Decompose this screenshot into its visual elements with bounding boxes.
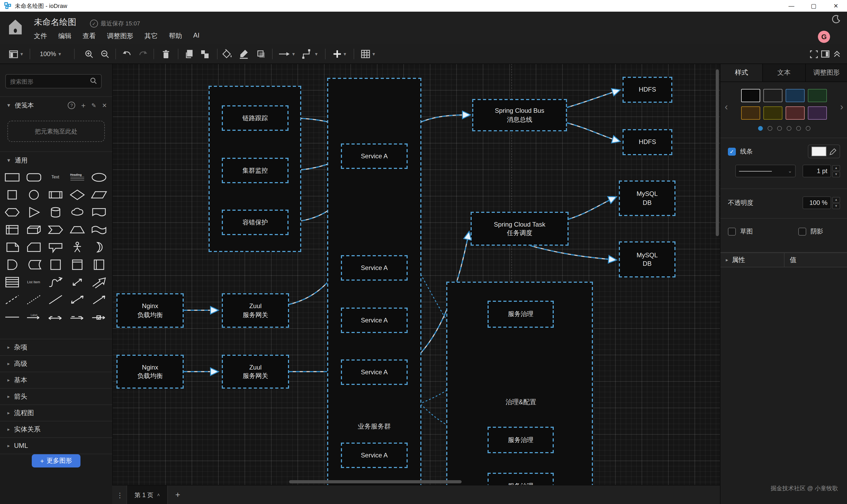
shape-rectangle[interactable]: [1, 168, 23, 186]
category-er[interactable]: ▸实体关系: [0, 421, 112, 437]
category-flowchart[interactable]: ▸流程图: [0, 404, 112, 421]
menu-help[interactable]: 帮助: [169, 32, 182, 41]
shape-ellipse[interactable]: [88, 168, 110, 186]
shape-data-storage[interactable]: [23, 256, 44, 273]
shape-directional-arrow[interactable]: [88, 291, 110, 308]
node-mysql-db-2[interactable]: MySQLDB: [619, 241, 675, 277]
node-spring-cloud-bus[interactable]: Spring Cloud Bus消息总线: [472, 99, 567, 131]
toggle-panels-button[interactable]: ▼: [7, 44, 25, 64]
insert-button[interactable]: ▼: [329, 44, 350, 64]
category-basic[interactable]: ▸基本: [0, 372, 112, 388]
shape-rounded-rectangle[interactable]: [23, 168, 44, 186]
minimize-button[interactable]: —: [780, 0, 803, 12]
node-spring-cloud-task[interactable]: Spring Cloud Task任务调度: [471, 212, 569, 246]
node-service-a-3[interactable]: Service A: [341, 308, 408, 333]
scratchpad-add-icon[interactable]: +: [81, 101, 86, 110]
shadow-button[interactable]: [254, 44, 268, 64]
category-arrows[interactable]: ▸箭头: [0, 388, 112, 404]
to-front-button[interactable]: [182, 44, 196, 64]
shape-list[interactable]: [1, 273, 23, 291]
horizontal-scrollbar[interactable]: [289, 480, 462, 483]
zoom-level-dropdown[interactable]: 100%▼: [37, 44, 65, 64]
style-swatch[interactable]: [763, 106, 782, 120]
more-shapes-button[interactable]: +更多图形: [32, 454, 80, 467]
shape-actor[interactable]: [66, 238, 88, 256]
node-hdfs-2[interactable]: HDFS: [623, 129, 672, 155]
shape-diamond[interactable]: [66, 186, 88, 203]
shape-dimension-arrow[interactable]: [44, 308, 66, 326]
search-input[interactable]: [6, 78, 90, 85]
shadow-checkbox[interactable]: [798, 228, 806, 236]
shape-parallelogram[interactable]: [88, 186, 110, 203]
sketch-checkbox[interactable]: [728, 228, 736, 236]
opacity-stepper[interactable]: 100 % ▲▼: [803, 196, 840, 209]
node-service-a-2[interactable]: Service A: [341, 255, 408, 281]
menu-edit[interactable]: 编辑: [58, 32, 71, 41]
node-service-governance-3[interactable]: 服务治理: [488, 473, 554, 485]
pages-menu-icon[interactable]: ⋮: [116, 491, 123, 499]
undo-button[interactable]: [121, 44, 133, 64]
shape-bidirectional-arrow[interactable]: [66, 273, 88, 291]
menu-extras[interactable]: 其它: [145, 32, 158, 41]
style-swatch[interactable]: [741, 89, 760, 102]
shape-or[interactable]: [88, 238, 110, 256]
avatar[interactable]: G: [818, 31, 830, 43]
shape-arrow-shape[interactable]: [88, 273, 110, 291]
style-swatch[interactable]: [808, 106, 827, 120]
shape-document[interactable]: [88, 203, 110, 221]
shape-list-item[interactable]: List Item: [23, 273, 44, 291]
scratchpad-edit-icon[interactable]: ✎: [91, 102, 96, 109]
shape-step[interactable]: [44, 221, 66, 238]
menu-arrange[interactable]: 调整图形: [107, 32, 133, 41]
to-back-button[interactable]: [198, 44, 212, 64]
tab-style[interactable]: 样式: [720, 64, 762, 82]
edge-task-mysql2[interactable]: [530, 246, 616, 260]
line-color-swatch[interactable]: [812, 147, 826, 156]
opacity-up[interactable]: ▲: [832, 197, 840, 202]
style-swatch[interactable]: [808, 89, 827, 102]
line-width-stepper[interactable]: 1 pt ▲▼: [803, 165, 840, 177]
opacity-down[interactable]: ▼: [832, 203, 840, 209]
node-fault-protection[interactable]: 容错保护: [222, 210, 289, 235]
shape-cylinder[interactable]: [44, 203, 66, 221]
shape-vertical-container[interactable]: [88, 256, 110, 273]
shape-and[interactable]: [1, 256, 23, 273]
redo-button[interactable]: [137, 44, 149, 64]
node-zuul-1[interactable]: Zuul服务网关: [222, 293, 289, 328]
node-nginx-1[interactable]: Nginx负载均衡: [116, 293, 184, 328]
shape-double-arrow[interactable]: [66, 291, 88, 308]
node-service-a-1[interactable]: Service A: [341, 143, 408, 169]
line-width-up[interactable]: ▲: [832, 165, 840, 171]
shape-titled-container[interactable]: [66, 256, 88, 273]
shape-process[interactable]: [44, 186, 66, 203]
shape-callout[interactable]: [44, 238, 66, 256]
tab-text[interactable]: 文本: [762, 64, 805, 82]
add-page-button[interactable]: +: [175, 490, 180, 500]
category-uml[interactable]: ▸UML: [0, 437, 112, 454]
shape-dotted-line[interactable]: [23, 291, 44, 308]
properties-header[interactable]: ▸属性: [720, 253, 785, 267]
shape-heading[interactable]: Heading: [66, 168, 88, 186]
shape-text[interactable]: Text: [44, 168, 66, 186]
shape-search[interactable]: [5, 74, 102, 88]
swatch-pagination[interactable]: [720, 126, 847, 131]
style-swatch[interactable]: [786, 106, 805, 120]
section-general[interactable]: ▼ 通用: [0, 151, 112, 169]
menu-ai[interactable]: AI: [193, 32, 200, 41]
shape-square[interactable]: [1, 186, 23, 203]
shape-card[interactable]: [23, 238, 44, 256]
shape-container[interactable]: [44, 256, 66, 273]
shape-curve[interactable]: [44, 273, 66, 291]
node-link-tracing[interactable]: 链路跟踪: [222, 105, 289, 131]
shape-note[interactable]: [1, 238, 23, 256]
menu-file[interactable]: 文件: [34, 32, 47, 41]
shape-thick-line[interactable]: [1, 308, 23, 326]
shape-tape[interactable]: [88, 221, 110, 238]
tab-arrange[interactable]: 调整图形: [805, 64, 847, 82]
close-button[interactable]: ✕: [825, 0, 847, 12]
shape-circle[interactable]: [23, 186, 44, 203]
node-service-a-4[interactable]: Service A: [341, 359, 408, 385]
scratchpad-header[interactable]: ▼ 便笺本 ? + ✎ ✕: [0, 96, 112, 114]
document-title[interactable]: 未命名绘图: [34, 17, 76, 28]
edge-task-mysql1[interactable]: [569, 197, 616, 219]
